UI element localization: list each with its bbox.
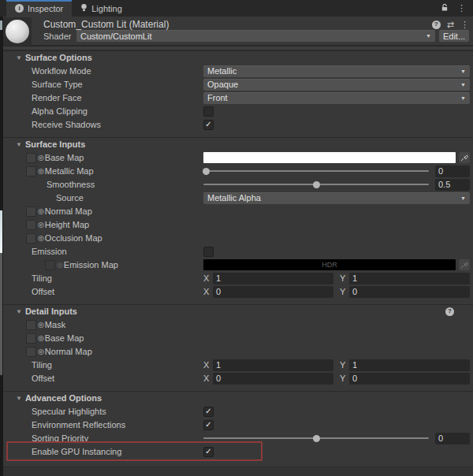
object-picker-icon[interactable]: ◎ <box>38 221 44 229</box>
receive-shadows-checkbox[interactable]: ✓ <box>203 120 214 130</box>
smoothness-source-row: Source Metallic Alpha ▼ <box>0 192 473 204</box>
smoothness-value: 0.5 <box>438 180 450 189</box>
surface-offset-x-value: 0 <box>216 287 221 296</box>
tab-lighting-label: Lighting <box>91 4 122 13</box>
material-preview-sphere <box>6 20 29 43</box>
surface-offset-x-field[interactable]: 0 <box>213 286 333 298</box>
detail-inputs-foldout[interactable]: ▼ Detail Inputs ? <box>0 304 473 318</box>
object-picker-icon[interactable]: ◎ <box>38 234 44 242</box>
detail-tiling-x-field[interactable]: 1 <box>213 359 333 371</box>
check-icon: ✓ <box>205 448 211 456</box>
surface-offset-row: Offset X 0 Y 0 <box>0 285 473 298</box>
surface-inputs-foldout[interactable]: ▼ Surface Inputs <box>0 137 473 151</box>
surface-tiling-y-value: 1 <box>352 273 357 283</box>
metallic-map-value-field[interactable]: 0 <box>435 165 470 177</box>
check-icon: ✓ <box>205 421 211 429</box>
detail-base-map-texture-slot[interactable] <box>26 333 36 344</box>
detail-tiling-y-value: 1 <box>352 360 357 370</box>
header-kebab-icon[interactable]: ⋮ <box>460 20 469 30</box>
alpha-clipping-row: Alpha Clipping <box>0 105 473 117</box>
smoothness-slider[interactable] <box>203 179 429 190</box>
tab-inspector-label: Inspector <box>28 4 63 13</box>
render-face-value: Front <box>207 93 228 102</box>
workflow-mode-dropdown[interactable]: Metallic ▼ <box>203 65 470 77</box>
metallic-map-label: Metallic Map <box>45 166 94 176</box>
detail-base-map-label: Base Map <box>45 333 84 343</box>
help-icon[interactable]: ? <box>432 20 441 29</box>
unity-inspector-window: i Inspector Lighting ⋮ Custom_Custom Lit… <box>0 0 473 476</box>
render-face-dropdown[interactable]: Front ▼ <box>203 92 470 104</box>
object-picker-icon[interactable]: ◎ <box>38 348 44 355</box>
foldout-open-icon: ▼ <box>16 54 22 61</box>
normal-map-texture-slot[interactable] <box>26 206 36 217</box>
material-header-main: Custom_Custom Lit (Material) ? ⇄ ⋮ Shade… <box>35 17 473 45</box>
detail-offset-y-field[interactable]: 0 <box>349 373 470 385</box>
surface-offset-y-field[interactable]: 0 <box>349 286 470 298</box>
presets-icon[interactable]: ⇄ <box>447 20 454 30</box>
smoothness-value-field[interactable]: 0.5 <box>435 179 470 191</box>
surface-tiling-row: Tiling X 1 Y 1 <box>0 272 473 284</box>
detail-tiling-y-field[interactable]: 1 <box>349 359 470 371</box>
help-icon[interactable]: ? <box>445 307 454 316</box>
surface-tiling-y-field[interactable]: 1 <box>349 273 470 284</box>
tab-lighting[interactable]: Lighting <box>72 0 131 17</box>
section-detail-inputs: ▼ Detail Inputs ? ◎ Mask ◎ Base Map ◎ <box>0 304 473 385</box>
metallic-map-slider[interactable] <box>203 165 429 177</box>
eyedropper-icon[interactable] <box>459 152 470 163</box>
detail-offset-x-field[interactable]: 0 <box>213 373 333 385</box>
metallic-map-texture-slot[interactable] <box>26 166 36 177</box>
object-picker-icon[interactable]: ◎ <box>38 334 44 342</box>
slider-handle[interactable] <box>203 168 210 175</box>
specular-highlights-label: Specular Highlights <box>0 407 203 416</box>
surface-tiling-x-field[interactable]: 1 <box>213 273 333 284</box>
object-picker-icon[interactable]: ◎ <box>38 321 44 329</box>
receive-shadows-label: Receive Shadows <box>0 120 203 129</box>
lock-icon[interactable] <box>441 3 449 13</box>
emission-checkbox[interactable] <box>203 247 214 257</box>
sorting-priority-value: 0 <box>438 433 443 443</box>
environment-reflections-checkbox[interactable]: ✓ <box>203 420 214 430</box>
object-picker-icon[interactable]: ◎ <box>38 154 44 162</box>
y-axis-label: Y <box>340 273 349 283</box>
metallic-map-value: 0 <box>438 166 443 176</box>
foldout-open-icon: ▼ <box>16 141 22 148</box>
height-map-texture-slot[interactable] <box>26 220 36 230</box>
x-axis-label: X <box>203 374 213 383</box>
slider-handle[interactable] <box>313 435 320 442</box>
slider-handle[interactable] <box>313 181 320 188</box>
occlusion-map-texture-slot[interactable] <box>26 233 36 244</box>
smoothness-row: Smoothness 0.5 <box>0 178 473 191</box>
specular-highlights-checkbox[interactable]: ✓ <box>203 407 214 417</box>
shader-dropdown[interactable]: Custom/CustomLit ▼ <box>76 30 435 42</box>
base-map-color-swatch[interactable] <box>203 152 456 163</box>
emission-color-swatch[interactable]: HDR <box>203 259 456 270</box>
alpha-clipping-checkbox[interactable] <box>203 106 214 117</box>
tab-inspector[interactable]: i Inspector <box>6 0 72 17</box>
render-face-row: Render Face Front ▼ <box>0 91 473 104</box>
object-picker-icon[interactable]: ◎ <box>38 167 44 175</box>
smoothness-source-dropdown[interactable]: Metallic Alpha ▼ <box>203 192 470 204</box>
receive-shadows-row: Receive Shadows ✓ <box>0 118 473 131</box>
sorting-priority-slider[interactable] <box>203 433 429 444</box>
occlusion-map-label: Occlusion Map <box>45 233 102 243</box>
detail-mask-texture-slot[interactable] <box>26 320 36 330</box>
detail-tiling-x-value: 1 <box>216 360 221 370</box>
sorting-priority-value-field[interactable]: 0 <box>435 433 470 444</box>
object-picker-icon[interactable]: ◎ <box>38 207 44 215</box>
surface-inputs-title: Surface Inputs <box>25 139 85 149</box>
sorting-priority-label: Sorting Priority <box>0 433 203 443</box>
smoothness-source-label: Source <box>0 193 203 203</box>
material-preview[interactable] <box>3 17 32 46</box>
advanced-options-title: Advanced Options <box>25 393 102 403</box>
surface-type-dropdown[interactable]: Opaque ▼ <box>203 79 470 91</box>
check-icon: ✓ <box>205 121 211 128</box>
detail-normal-map-texture-slot[interactable] <box>26 347 36 357</box>
advanced-options-foldout[interactable]: ▼ Advanced Options <box>0 391 473 404</box>
emission-map-texture-slot[interactable] <box>45 260 55 270</box>
gpu-instancing-checkbox[interactable]: ✓ <box>203 447 214 457</box>
tab-menu-kebab-icon[interactable]: ⋮ <box>457 3 466 13</box>
edit-shader-button[interactable]: Edit... <box>439 30 469 42</box>
eyedropper-icon[interactable] <box>459 259 470 270</box>
surface-options-foldout[interactable]: ▼ Surface Options <box>0 50 473 64</box>
base-map-texture-slot[interactable] <box>26 153 36 163</box>
